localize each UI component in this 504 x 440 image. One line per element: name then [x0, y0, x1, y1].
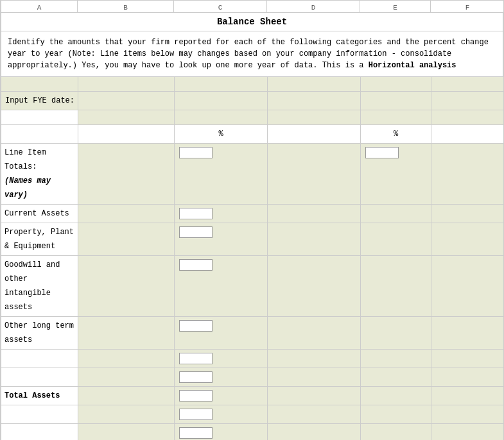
small-c-goodwill[interactable]	[179, 259, 213, 271]
small-c-e3[interactable]	[179, 409, 213, 420]
fye-input-4[interactable]	[361, 92, 431, 110]
line-header-c[interactable]	[175, 144, 268, 204]
fye-date-input-1[interactable]	[82, 96, 171, 105]
input-ta-c[interactable]	[175, 387, 268, 405]
input-e2-b[interactable]	[78, 368, 175, 386]
input-e1-d[interactable]	[268, 350, 361, 368]
small-c-ppe[interactable]	[179, 226, 213, 238]
input-e2-f[interactable]	[431, 368, 504, 386]
col-header-b: B	[78, 1, 174, 12]
input-other-lt-f[interactable]	[431, 317, 504, 349]
fye-label-cell: Input FYE date:	[1, 92, 78, 110]
fye-date-input-4[interactable]	[364, 96, 428, 105]
spacer-c	[175, 77, 268, 91]
input-e4-e[interactable]	[361, 424, 431, 440]
small-c-e1[interactable]	[179, 353, 213, 364]
input-current-assets-c[interactable]	[175, 205, 268, 223]
fye-input-1[interactable]	[78, 92, 175, 110]
input-ppe-c[interactable]	[175, 223, 268, 255]
col-header-a: A	[1, 1, 78, 12]
fye-date-input-5[interactable]	[435, 96, 502, 105]
input-goodwill-e[interactable]	[361, 256, 431, 316]
small-c-e4[interactable]	[179, 427, 213, 439]
input-ppe-d[interactable]	[268, 223, 361, 255]
title-row: Balance Sheet	[1, 13, 503, 31]
input-other-lt-e[interactable]	[361, 317, 431, 349]
input-current-assets-b[interactable]	[78, 205, 175, 223]
input-other-lt-c[interactable]	[175, 317, 268, 349]
input-e4-c[interactable]	[175, 424, 268, 440]
small-input-e1[interactable]	[365, 147, 399, 158]
input-e3-c[interactable]	[175, 405, 268, 423]
input-ta-d[interactable]	[268, 387, 361, 405]
input-current-assets-f[interactable]	[431, 205, 504, 223]
pct-col-d	[268, 125, 361, 143]
input-e3-b[interactable]	[78, 405, 175, 423]
description-line2: year to year (Note: Line items below may…	[8, 49, 451, 58]
input-e2-e[interactable]	[361, 368, 431, 386]
input-ppe-b[interactable]	[78, 223, 175, 255]
input-e1-e[interactable]	[361, 350, 431, 368]
input-current-assets-d[interactable]	[268, 205, 361, 223]
fye-date-input-3[interactable]	[271, 96, 357, 105]
input-e3-f[interactable]	[431, 405, 504, 423]
input-other-lt-d[interactable]	[268, 317, 361, 349]
input-other-lt-b[interactable]	[78, 317, 175, 349]
input-goodwill-c[interactable]	[175, 256, 268, 316]
description-line1: Identify the amounts that your firm repo…	[8, 38, 489, 47]
pct-col-f	[431, 125, 504, 143]
label-ppe: Property, Plant & Equipment	[1, 223, 78, 255]
spacer2-d	[268, 110, 361, 124]
label-other-lt-assets: Other long term assets	[1, 317, 78, 349]
small-input-c1[interactable]	[179, 147, 213, 158]
spacer-b	[78, 77, 175, 91]
spacer2-e	[361, 110, 431, 124]
col-header-d: D	[267, 1, 360, 12]
input-e2-d[interactable]	[268, 368, 361, 386]
input-ta-f[interactable]	[431, 387, 504, 405]
line-header-e[interactable]	[361, 144, 431, 204]
input-e1-c[interactable]	[175, 350, 268, 368]
input-current-assets-e[interactable]	[361, 205, 431, 223]
row-empty-3	[1, 405, 503, 424]
input-e1-f[interactable]	[431, 350, 504, 368]
input-e1-b[interactable]	[78, 350, 175, 368]
input-ppe-e[interactable]	[361, 223, 431, 255]
input-e3-d[interactable]	[268, 405, 361, 423]
input-ta-e[interactable]	[361, 387, 431, 405]
small-c-e2[interactable]	[179, 371, 213, 383]
input-e4-d[interactable]	[268, 424, 361, 440]
label-total-assets: Total Assets	[1, 387, 78, 405]
input-e3-e[interactable]	[361, 405, 431, 423]
input-goodwill-b[interactable]	[78, 256, 175, 316]
label-empty-4	[1, 424, 78, 440]
percent-label-1: %	[218, 130, 223, 139]
fye-input-3[interactable]	[268, 92, 361, 110]
fye-label: Input FYE date:	[5, 94, 74, 108]
pct-col-e: %	[361, 125, 431, 143]
input-e4-f[interactable]	[431, 424, 504, 440]
input-ta-b[interactable]	[78, 387, 175, 405]
label-empty-3	[1, 405, 78, 423]
col-header-e: E	[360, 1, 431, 12]
input-goodwill-f[interactable]	[431, 256, 504, 316]
input-e4-b[interactable]	[78, 424, 175, 440]
balance-sheet-title: Balance Sheet	[217, 17, 287, 27]
pct-col-b	[78, 125, 175, 143]
fye-input-5[interactable]	[431, 92, 504, 110]
percent-header-row: % %	[1, 125, 503, 144]
small-c-ta[interactable]	[179, 390, 213, 402]
percent-label-2: %	[394, 130, 398, 139]
small-c-current-assets[interactable]	[179, 208, 213, 219]
fye-date-input-2[interactable]	[178, 96, 264, 105]
fye-input-2[interactable]	[175, 92, 268, 110]
description-bold: Horizontal analysis	[369, 61, 456, 70]
spacer2-f	[431, 110, 504, 124]
fye-row: Input FYE date:	[1, 92, 503, 110]
line-item-totals-label: Line Item Totals:	[4, 146, 74, 174]
input-ppe-f[interactable]	[431, 223, 504, 255]
input-e2-c[interactable]	[175, 368, 268, 386]
small-c-other-lt[interactable]	[179, 320, 213, 332]
row-empty-1	[1, 350, 503, 368]
input-goodwill-d[interactable]	[268, 256, 361, 316]
